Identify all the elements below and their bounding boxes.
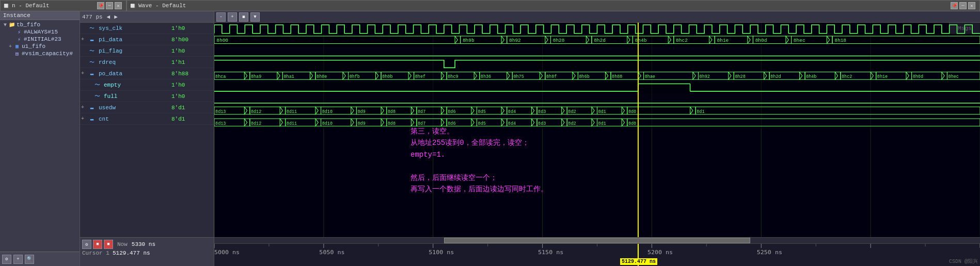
svg-text:8hef: 8hef [415, 74, 425, 79]
svg-text:8d1: 8d1 [598, 109, 606, 114]
signal-val-pi_data: 8'h00 [171, 37, 213, 43]
left-tool-zoom[interactable]: 🔍 [25, 255, 34, 264]
wave-min-btn[interactable]: ─ [959, 2, 967, 9]
tree-item-always15[interactable]: ⚡ #ALWAYS#15 [0, 28, 80, 36]
svg-text:8ha9: 8ha9 [251, 74, 261, 79]
icon-initial23: ⚡ [15, 36, 23, 42]
signal-row-full[interactable]: 〜 full 1'h0 [80, 91, 214, 102]
svg-text:8hc2: 8hc2 [676, 38, 688, 44]
tree-label-tb_fifo: tb_fifo [17, 22, 40, 28]
signal-name-pi_data: pi_data [97, 37, 171, 43]
wave-timescale: 5000 ns 5050 ns 5100 ns 5150 ns 5200 ns … [214, 244, 980, 266]
expand-cnt[interactable]: + [81, 116, 88, 122]
signal-row-usedw[interactable]: + ▬ usedw 8'd1 [80, 102, 214, 113]
icon-sys_clk: 〜 [88, 25, 96, 31]
svg-text:8d9: 8d9 [358, 109, 366, 114]
wave-pin-btn[interactable]: 📌 [951, 2, 958, 9]
expand-pi_data[interactable]: + [81, 37, 88, 42]
svg-text:8hca: 8hca [215, 74, 226, 79]
nav-right-icon[interactable]: ▶ [114, 13, 118, 20]
svg-text:8d6: 8d6 [448, 109, 455, 114]
left-tool-gear[interactable]: ⚙ [2, 255, 11, 264]
svg-text:8h2d: 8h2d [770, 74, 781, 79]
svg-text:8h00: 8h00 [216, 38, 228, 44]
signal-val-usedw: 8'd1 [171, 105, 213, 111]
signal-row-pi_data[interactable]: + ▬ pi_data 8'h00 [80, 34, 214, 45]
signal-name-rdreq: rdreq [97, 59, 171, 65]
right-window-icon: 🔲 [129, 3, 136, 9]
zoom-out-btn[interactable]: - [216, 12, 226, 22]
left-min-btn[interactable]: ─ [106, 2, 113, 9]
instance-tree[interactable]: ▼ 📁 tb_fifo ⚡ #ALWAYS#15 ⚡ #INITIAL#23 +… [0, 20, 80, 252]
cursor-label: Cursor 1 [82, 250, 110, 256]
wave-toolbar: - + ◼ ▼ [214, 11, 980, 23]
signal-val-po_data: 8'h88 [171, 71, 213, 77]
tree-item-initial23[interactable]: ⚡ #INITIAL#23 [0, 36, 80, 43]
wave-scrollbar[interactable] [214, 238, 980, 244]
signal-name-empty: empty [102, 82, 171, 88]
signal-row-empty[interactable]: 〜 empty 1'h0 [80, 79, 214, 91]
tree-item-u1_fifo[interactable]: + ▦ u1_fifo [0, 43, 80, 50]
svg-text:8h1e: 8h1e [717, 38, 729, 44]
svg-text:8d0: 8d0 [628, 109, 636, 114]
svg-text:8h0d: 8h0d [755, 38, 767, 44]
left-pin-btn[interactable]: 📌 [97, 2, 104, 9]
svg-text:8h6b: 8h6b [579, 74, 590, 79]
svg-text:8d4: 8d4 [508, 109, 516, 114]
svg-text:8d9: 8d9 [358, 121, 366, 126]
svg-text:8hfb: 8hfb [350, 74, 360, 79]
mid-tool-2[interactable]: ■ [93, 240, 102, 249]
fit-all-btn[interactable]: ◼ [239, 12, 248, 22]
svg-text:5050 ns: 5050 ns [319, 248, 344, 256]
left-close-btn[interactable]: ✕ [115, 2, 122, 9]
cursor-time-badge: 5129.477 ns [620, 258, 657, 265]
mid-tool-1[interactable]: ⚙ [82, 240, 91, 249]
left-title-text: n - Default [12, 3, 50, 9]
instance-label: Instance [3, 12, 30, 19]
icon-full: 〜 [93, 93, 101, 99]
svg-text:8d3: 8d3 [538, 109, 546, 114]
instance-panel: Instance ▼ 📁 tb_fifo ⚡ #ALWAYS#15 ⚡ #INI… [0, 11, 80, 266]
left-tool-add[interactable]: + [13, 255, 23, 264]
signal-row-pi_flag[interactable]: 〜 pi_flag 1'h0 [80, 45, 214, 57]
mid-bottom-toolbar: ⚙ ■ ■ Now 5330 ns Cursor 1 5129.477 ns [80, 237, 214, 266]
svg-text:8h8f: 8h8f [546, 74, 557, 79]
mid-toolbar-icons: ⚙ ■ ■ [82, 240, 113, 249]
svg-text:8h92: 8h92 [700, 74, 710, 79]
nav-left-icon[interactable]: ◀ [107, 13, 110, 20]
svg-text:8d4: 8d4 [508, 121, 516, 126]
svg-text:8d12: 8d12 [251, 109, 261, 114]
signal-name-sys_clk: sys_clk [97, 25, 171, 31]
svg-text:8h8e: 8h8e [317, 74, 327, 79]
svg-text:5150 ns: 5150 ns [538, 248, 563, 256]
signal-row-po_data[interactable]: + ▬ po_data 8'h88 [80, 68, 214, 79]
zoom-in-btn[interactable]: + [228, 12, 237, 22]
svg-text:8hec: 8hec [949, 74, 959, 79]
svg-text:8h0d: 8h0d [913, 74, 923, 79]
signal-panel: 477 ps ◀ ▶ 〜 sys_clk 1'h0 + ▬ pi_data 8'… [80, 11, 214, 266]
scrollbar-thumb[interactable] [444, 238, 750, 243]
tree-item-tb_fifo[interactable]: ▼ 📁 tb_fifo [0, 21, 80, 28]
svg-text:8hec: 8hec [794, 38, 805, 44]
wave-close-btn[interactable]: ✕ [968, 2, 975, 9]
signal-name-full: full [102, 93, 171, 99]
waveform-canvas[interactable]: Msgs [214, 23, 980, 237]
right-title-icons: 📌 ─ ✕ [951, 2, 975, 9]
signal-row-sys_clk[interactable]: 〜 sys_clk 1'h0 [80, 23, 214, 34]
signal-row-rdreq[interactable]: 〜 rdreq 1'h1 [80, 57, 214, 68]
signal-list[interactable]: 〜 sys_clk 1'h0 + ▬ pi_data 8'h00 〜 pi_fl… [80, 23, 214, 237]
signal-row-cnt[interactable]: + ▬ cnt 8'd1 [80, 113, 214, 125]
expand-u1_fifo[interactable]: + [7, 44, 13, 49]
svg-text:8d0: 8d0 [628, 121, 636, 126]
mid-tool-3[interactable]: ■ [104, 240, 113, 249]
expand-po_data[interactable]: + [81, 71, 88, 76]
svg-text:8d10: 8d10 [322, 109, 333, 114]
expand-tb_fifo[interactable]: ▼ [2, 22, 8, 28]
svg-text:5000 ns: 5000 ns [214, 248, 240, 256]
wave-nav-down[interactable]: ▼ [250, 12, 260, 22]
tree-item-vsim[interactable]: ⊞ #vsim_capacity# [0, 50, 80, 57]
expand-usedw[interactable]: + [81, 105, 88, 110]
svg-text:8d6: 8d6 [448, 121, 455, 126]
svg-text:8d13: 8d13 [215, 121, 226, 126]
svg-text:8d8: 8d8 [388, 109, 396, 114]
